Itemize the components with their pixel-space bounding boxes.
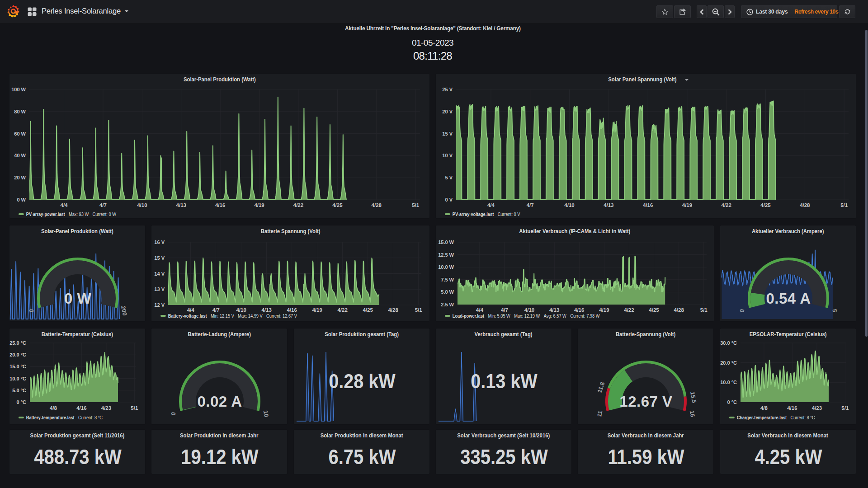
legend-series-name[interactable]: Battery-voltage.last — [168, 313, 207, 319]
y-axis-tick-label: 40 W — [14, 153, 26, 158]
stat-value: 6.75 kW — [303, 445, 422, 469]
gauge-value: 0.02 A — [151, 393, 288, 410]
x-axis-tick-label: 4/19 — [254, 202, 264, 208]
chevron-left-icon — [700, 9, 704, 15]
legend-swatch[interactable] — [19, 417, 24, 418]
panel-aktueller-verbrauch-ampere: Aktueller Verbrauch (Ampere) 05 0.54 A — [720, 225, 856, 322]
gauge-value: 0.54 A — [720, 290, 857, 307]
legend-series-name[interactable]: Battery-temperature.last — [26, 415, 75, 420]
x-axis-tick-label: 4/4 — [476, 307, 484, 313]
clock-icon — [746, 9, 753, 15]
x-axis-tick-label: 4/8 — [50, 405, 57, 411]
y-axis-tick-label: 15 V — [442, 131, 453, 136]
x-axis-tick-label: 4/22 — [624, 307, 634, 313]
y-axis-tick-label: 0 °C — [727, 399, 737, 405]
y-axis-tick-label: 20 V — [442, 109, 453, 114]
x-axis-tick-label: 4/10 — [137, 202, 147, 208]
chevron-right-icon — [728, 9, 732, 15]
chart-legend: PV-array-power.lastMax: 93 WCurrent: 0 W — [19, 211, 116, 217]
time-series-chart[interactable]: 0 °C10.0 °C20.0 °C30.0 °C4/84/164/235/1 — [720, 328, 857, 425]
time-series-chart[interactable]: 0 W20 W40 W60 W80 W100 W4/44/74/104/134/… — [9, 74, 430, 219]
x-axis-tick-label: 4/25 — [363, 307, 373, 313]
stat-value: 4.25 kW — [729, 445, 848, 469]
panel-title[interactable]: Solar Verbrauch gesamt (Seit 10/2016) — [436, 432, 571, 439]
share-button[interactable] — [674, 5, 691, 18]
scrollbar-thumb[interactable] — [865, 30, 868, 337]
clock-date: 01-05-2023 — [0, 38, 865, 48]
gauge: 111611.815.5 — [578, 328, 714, 425]
panel-solar-verbrauch-gesamt: Solar Verbrauch gesamt (Seit 10/2016) 33… — [435, 429, 572, 474]
panel-batterie-spannung-gauge: Batterie-Spannung (Volt) 111611.815.5 12… — [577, 328, 714, 425]
gauge-value: 12.67 V — [578, 393, 714, 410]
apps-grid-icon[interactable] — [28, 7, 37, 16]
x-axis-tick-label: 4/22 — [722, 202, 731, 208]
legend-swatch[interactable] — [160, 315, 166, 317]
y-axis-tick-label: 80 W — [14, 109, 26, 114]
y-axis-tick-label: 100 W — [11, 87, 26, 92]
stat-value: 19.12 kW — [160, 445, 279, 469]
dashboard-title[interactable]: Perles Insel-Solaranlage — [42, 7, 128, 15]
legend-stat: Current: 8 °C — [791, 415, 815, 420]
legend-swatch[interactable] — [19, 213, 24, 215]
time-series-chart[interactable]: 0 °C5.0 °C10.0 °C15.0 °C20.0 °C25.0 °C4/… — [9, 328, 146, 425]
panel-solar-verbrauch-monat: Solar Verbrauch in diesem Monat 4.25 kW — [720, 429, 856, 474]
y-axis-tick-label: 5 V — [445, 175, 453, 180]
y-axis-tick-label: 30.0 °C — [720, 340, 737, 346]
panel-solar-produktion-gesamt: Solar Produktion gesamt (Seit 11/2016) 4… — [9, 429, 146, 474]
y-axis-tick-label: 10 V — [442, 153, 453, 158]
time-range-picker[interactable]: Last 30 days Refresh every 10s — [741, 5, 837, 18]
panel-batterie-temperatur: Batterie-Temperatur (Celsius) 0 °C5.0 °C… — [9, 328, 146, 425]
gauge-scale-label: 10 — [262, 410, 270, 418]
chart-legend: Charger-temperature.lastCurrent: 8 °C — [729, 415, 815, 420]
gauge-scale-label: 0 — [28, 309, 35, 313]
time-back-button[interactable] — [697, 5, 707, 18]
y-axis-tick-label: 15.0 W — [438, 239, 454, 245]
legend-stat: Max: 12.19 W — [514, 313, 540, 319]
legend-stat: Min: 5.05 W — [488, 313, 510, 319]
stat-value: 11.59 kW — [587, 445, 706, 469]
legend-swatch[interactable] — [729, 417, 735, 418]
x-axis-tick-label: 4/25 — [332, 202, 343, 208]
x-axis-tick-label: 4/7 — [527, 202, 534, 208]
refresh-button[interactable] — [839, 5, 855, 18]
stat-value: 488.73 kW — [19, 445, 137, 469]
panel-title[interactable]: Solar Produktion in diesem Monat — [294, 432, 429, 439]
x-axis-tick-label: 5/1 — [700, 307, 708, 313]
legend-series-name[interactable]: Load-power.last — [453, 313, 484, 319]
stat-value: 0.28 kW — [301, 370, 424, 393]
panel-solar-produktion-monat: Solar Produktion in diesem Monat 6.75 kW — [293, 429, 430, 474]
panel-title[interactable]: Solar Verbrauch in diesem Monat — [720, 432, 856, 439]
y-axis-tick-label: 25.0 °C — [9, 340, 26, 346]
panel-title[interactable]: Solar Verbrauch in diesem Jahr — [578, 432, 713, 439]
chevron-down-icon — [125, 10, 128, 12]
legend-swatch[interactable] — [445, 315, 450, 317]
zoom-out-button[interactable] — [708, 5, 724, 18]
legend-swatch[interactable] — [445, 213, 450, 215]
x-axis-tick-label: 4/25 — [649, 307, 659, 313]
legend-series-name[interactable]: PV-array-power.last — [26, 211, 65, 217]
stat-value: 0.13 kW — [443, 370, 566, 393]
star-button[interactable] — [656, 5, 673, 18]
x-axis-tick-label: 4/7 — [501, 307, 508, 313]
y-axis-tick-label: 25 V — [442, 87, 453, 92]
legend-series-name[interactable]: Charger-temperature.last — [737, 415, 787, 420]
y-axis-tick-label: 16 V — [154, 239, 165, 245]
time-series-chart[interactable]: 0 V5 V10 V15 V20 V25 V4/44/74/104/134/16… — [436, 74, 857, 219]
x-axis-tick-label: 5/1 — [131, 405, 138, 411]
time-forward-button[interactable] — [725, 5, 735, 18]
x-axis-tick-label: 4/7 — [99, 202, 107, 208]
panel-title[interactable]: Solar Produktion gesamt (Seit 11/2016) — [9, 432, 145, 439]
time-series-chart[interactable]: 2.5 W5.0 W7.5 W10.0 W12.5 W15.0 W4/44/74… — [436, 225, 715, 322]
x-axis-tick-label: 4/16 — [643, 202, 653, 208]
zoom-out-icon — [712, 8, 720, 16]
grafana-logo-icon[interactable] — [6, 4, 20, 19]
x-axis-tick-label: 4/10 — [564, 202, 574, 208]
gauge-scale-label: 0 — [170, 412, 177, 416]
x-axis-tick-label: 4/4 — [487, 202, 495, 208]
y-axis-tick-label: 60 W — [14, 131, 26, 136]
legend-series-name[interactable]: PV-array-voltage.last — [453, 211, 494, 217]
panel-aktueller-verbrauch-watt: Aktueller Verbrauch (IP-CAMs & Licht in … — [435, 225, 714, 322]
panel-title[interactable]: Solar Produktion in diesem Jahr — [151, 432, 287, 439]
x-axis-tick-label: 4/22 — [337, 307, 347, 313]
time-series-chart[interactable]: 12 V13 V14 V15 V16 V4/44/74/104/134/164/… — [151, 225, 430, 322]
